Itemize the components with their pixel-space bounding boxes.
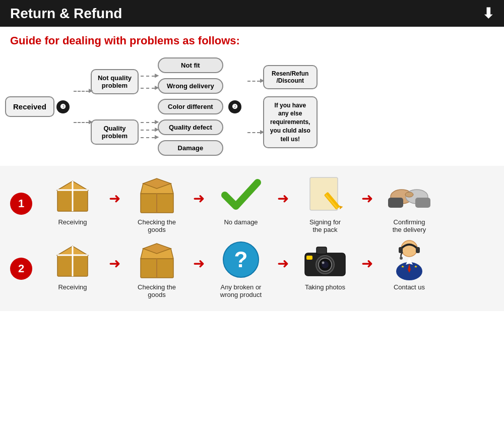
step1-nodamage: No damage: [206, 173, 276, 226]
problems-col: Not qualityproblem Qualityproblem: [91, 69, 139, 145]
down-arrow-icon: ⬇: [482, 5, 494, 22]
box-closed-icon2: [47, 238, 98, 281]
step2-checking: Checking thegoods: [121, 238, 192, 298]
arrow2: ➜: [193, 190, 205, 207]
badge-2-wrapper: ❷: [226, 100, 243, 113]
step1-confirming-label: Confirmingthe delivery: [393, 218, 426, 233]
step2-contact-label: Contact us: [394, 283, 425, 291]
badge-2: ❷: [228, 100, 241, 113]
camera-icon: [300, 238, 350, 281]
svg-point-16: [405, 192, 413, 197]
step2-items: Receiving ➜ Checking thegoods ➜: [37, 238, 494, 298]
guide-section: Guide for dealing with problems as follo…: [0, 27, 504, 57]
step1-signing-label: Signing forthe pack: [309, 218, 341, 233]
color-different-box: Color different: [158, 99, 223, 114]
step2-broken-label: Any broken orwrong product: [220, 283, 262, 298]
results-col: Resen/Refun/Discount If you haveany else…: [263, 65, 318, 149]
step2-photos-label: Taking photos: [305, 283, 345, 291]
mid-lines: ▶ ▶ ▶ ▶ ▶: [141, 62, 155, 152]
damage-box: Damage: [158, 140, 223, 156]
step1-items: Receiving ➜ Checking thegoods ➜: [37, 173, 494, 233]
branch-lines: ▶ ▶: [74, 91, 89, 123]
step1-row: 1 Receiving ➜: [10, 173, 494, 233]
arrow8: ➜: [361, 255, 373, 272]
step1-number: 1: [10, 193, 32, 215]
step1-signing: Signing forthe pack: [290, 173, 360, 233]
quality-box: Qualityproblem: [91, 119, 139, 145]
svg-point-31: [322, 261, 325, 264]
arrow7: ➜: [277, 255, 289, 272]
result-lines: ▶ ▶: [247, 81, 260, 133]
step2-checking-label: Checking thegoods: [138, 283, 176, 298]
step2-receiving: Receiving: [37, 238, 108, 291]
step2-receiving-label: Receiving: [58, 283, 87, 291]
box-closed-icon: [47, 173, 98, 216]
svg-rect-33: [306, 256, 312, 260]
badge-3: ❸: [56, 100, 70, 113]
not-quality-box: Not qualityproblem: [91, 69, 139, 94]
svg-rect-14: [388, 198, 403, 208]
svg-point-34: [401, 240, 417, 257]
person-headset-icon: [384, 238, 434, 281]
flowchart: Received ❸ ▶ ▶ Not qualityproblem Qualit…: [5, 57, 499, 156]
step1-checking: Checking thegoods: [121, 173, 192, 233]
svg-rect-32: [317, 247, 327, 254]
step1-nodamage-label: No damage: [224, 218, 258, 226]
arrow1: ➜: [109, 190, 120, 207]
received-col: Received: [5, 96, 54, 117]
checkmark-icon: [216, 173, 266, 216]
quality-defect-box: Quality defect: [158, 119, 223, 135]
step1-checking-label: Checking thegoods: [138, 218, 176, 233]
guide-title: Guide for dealing with problems as follo…: [10, 34, 494, 47]
step2-photos: Taking photos: [290, 238, 360, 291]
result-refund-box: Resen/Refun/Discount: [263, 65, 318, 89]
step1-receiving-label: Receiving: [58, 218, 87, 226]
arrow3: ➜: [277, 190, 289, 207]
step2-contact: Contact us: [374, 238, 445, 291]
result-requirements-box: If you haveany elserequirements,you clul…: [263, 96, 318, 149]
box-open-icon2: [132, 238, 182, 281]
box-open-icon: [132, 173, 182, 216]
arrow5: ➜: [109, 255, 120, 272]
svg-rect-15: [415, 198, 430, 208]
received-box: Received: [5, 96, 54, 117]
svg-text:?: ?: [234, 247, 247, 272]
step2-broken: ? Any broken orwrong product: [206, 238, 276, 298]
pencil-document-icon: [300, 173, 350, 216]
handshake-icon: [384, 173, 434, 216]
svg-marker-39: [406, 258, 413, 265]
arrow6: ➜: [193, 255, 205, 272]
step2-row: 2 Receiving ➜: [10, 238, 494, 298]
header: Return & Refund ⬇: [0, 0, 504, 27]
page-title: Return & Refund: [10, 6, 122, 22]
step1-receiving: Receiving: [37, 173, 108, 226]
question-mark-icon: ?: [216, 238, 266, 281]
svg-rect-36: [416, 247, 420, 253]
step1-confirming: Confirmingthe delivery: [374, 173, 445, 233]
not-fit-box: Not fit: [158, 57, 223, 73]
outcomes-col: Not fit Wrong delivery Color different Q…: [158, 57, 223, 156]
step2-number: 2: [10, 258, 32, 280]
svg-point-37: [400, 257, 403, 260]
steps-section: 1 Receiving ➜: [0, 166, 504, 311]
wrong-delivery-box: Wrong delivery: [158, 78, 223, 94]
arrow4: ➜: [361, 190, 373, 207]
